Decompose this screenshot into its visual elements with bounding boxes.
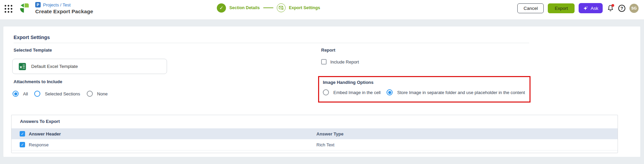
row-answer-header: Response	[29, 142, 49, 147]
header-actions: Cancel Export Ask ? SG	[517, 3, 639, 13]
image-handling-label: Image Handling Options	[323, 80, 529, 85]
cancel-button[interactable]: Cancel	[517, 3, 544, 13]
radio-attachments-none[interactable]: None	[87, 91, 108, 97]
app-launcher-icon[interactable]	[4, 4, 13, 13]
radio-selected-icon	[387, 89, 393, 95]
top-header: P Projects / Test Create Export Package …	[0, 0, 644, 19]
column-answer-header: Answer Header	[29, 131, 61, 136]
breadcrumb-link[interactable]: Projects / Test	[43, 2, 70, 7]
user-avatar[interactable]: SG	[629, 4, 639, 13]
export-settings-panel: Export Settings Selected Template x Defa…	[3, 26, 640, 157]
select-all-checkbox[interactable]: ✓	[20, 131, 25, 136]
answers-to-export-section: Answers To Export ✓ Answer Header Answer…	[11, 115, 618, 153]
radio-attachments-selected-sections[interactable]: Selected Sections	[34, 91, 80, 97]
table-row: ✓ Response Rich Text	[12, 139, 618, 150]
attachments-label: Attachments to Include	[14, 79, 62, 84]
wizard-stepper: ✓ Section Details Export Settings	[217, 3, 320, 13]
radio-label: Embed Image in the cell	[333, 90, 380, 95]
radio-unselected-icon	[323, 89, 329, 95]
project-icon: P	[35, 2, 41, 7]
column-answer-type: Answer Type	[316, 131, 344, 136]
ask-button-label: Ask	[590, 6, 598, 11]
ask-button[interactable]: Ask	[579, 3, 603, 13]
help-icon[interactable]: ?	[618, 5, 625, 12]
attachments-radio-group: All Selected Sections None	[13, 91, 108, 97]
image-handling-radio-group: Embed Image in the cell Store Image in s…	[323, 89, 529, 95]
selected-template-label: Selected Template	[14, 48, 52, 53]
step-section-details[interactable]: Section Details	[229, 5, 260, 10]
excel-file-icon: x	[19, 63, 26, 70]
svg-text:x: x	[20, 65, 22, 69]
radio-label: Store Image in separate folder and use p…	[397, 90, 525, 95]
row-answer-type: Rich Text	[316, 142, 334, 147]
answers-table-title: Answers To Export	[20, 119, 60, 124]
radio-unselected-icon	[87, 91, 93, 97]
notification-badge	[611, 4, 614, 7]
page-title: Create Export Package	[35, 8, 93, 15]
include-report-checkbox[interactable]: Include Report	[321, 59, 359, 65]
brand-logo-icon[interactable]	[19, 2, 30, 14]
sparkle-icon	[583, 6, 588, 11]
notifications-bell-icon[interactable]	[607, 4, 614, 12]
include-report-label: Include Report	[330, 59, 359, 65]
selected-template-card[interactable]: x Default Excel Template	[12, 59, 167, 74]
breadcrumb: P Projects / Test Create Export Package	[35, 2, 93, 15]
radio-attachments-all[interactable]: All	[13, 91, 28, 97]
stepper-connector	[263, 7, 273, 8]
radio-unselected-icon	[34, 91, 40, 97]
heading-divider	[14, 43, 529, 43]
radio-label: None	[97, 91, 108, 96]
radio-embed-image[interactable]: Embed Image in the cell	[323, 89, 380, 95]
step-complete-check-icon: ✓	[217, 3, 226, 13]
row-checkbox[interactable]: ✓	[20, 142, 25, 147]
radio-selected-icon	[13, 91, 19, 97]
step-export-settings-icon	[277, 3, 286, 12]
report-label: Report	[321, 48, 335, 53]
red-annotation-highlight: Image Handling Options Embed Image in th…	[318, 76, 531, 103]
step-export-settings[interactable]: Export Settings	[289, 5, 320, 10]
section-heading: Export Settings	[14, 35, 50, 40]
radio-store-image-separate-folder[interactable]: Store Image in separate folder and use p…	[387, 89, 525, 95]
radio-label: Selected Sections	[45, 91, 80, 96]
radio-label: All	[23, 91, 28, 96]
selected-template-name: Default Excel Template	[31, 64, 78, 69]
checkbox-unchecked-icon	[321, 59, 327, 65]
answers-table-header-row: ✓ Answer Header Answer Type	[12, 128, 618, 139]
export-button[interactable]: Export	[548, 3, 575, 13]
